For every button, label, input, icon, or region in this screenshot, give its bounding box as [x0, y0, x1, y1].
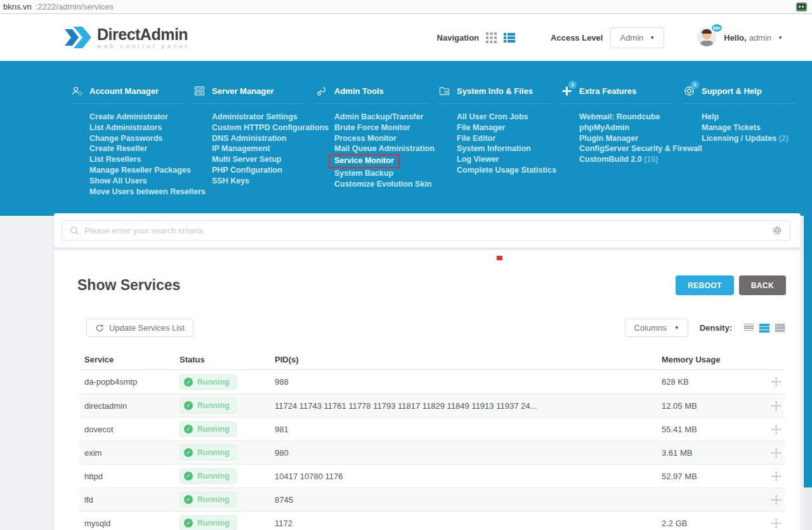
browser-extension-icon[interactable] [796, 3, 807, 11]
list-view-icon[interactable] [504, 32, 515, 43]
status-badge: ✓Running [180, 445, 237, 460]
column-header-memory[interactable]: Memory Usage [657, 355, 755, 364]
menu-separator [193, 103, 305, 104]
expand-row-icon[interactable] [771, 448, 781, 458]
menu-item[interactable]: Plugin Manager [579, 133, 683, 144]
memory-usage: 55.41 MB [657, 425, 755, 434]
menu-item[interactable]: List Resellers [89, 154, 193, 165]
menu-item[interactable]: Customize Evolution Skin [334, 179, 438, 190]
menu-item[interactable]: Multi Server Setup [212, 154, 316, 165]
menu-item[interactable]: phpMyAdmin [579, 123, 683, 133]
update-services-list-button[interactable]: Update Services List [86, 319, 193, 337]
menu-item[interactable]: CustomBuild 2.0 (15) [579, 154, 683, 165]
menu-item-highlighted[interactable]: Service Monitor [334, 154, 438, 168]
expand-row-icon[interactable] [771, 425, 781, 434]
expand-row-icon[interactable] [771, 519, 781, 528]
table-row-mysqld: mysqld✓Running11722.2 GB [79, 511, 785, 530]
menu-item[interactable]: Custom HTTPD Configurations [212, 123, 316, 133]
menu-column-title: Extra Features [579, 86, 636, 96]
expand-row-icon[interactable] [771, 401, 781, 411]
menu-item[interactable]: File Manager [457, 123, 561, 133]
table-row-directadmin: directadmin✓Running11724 11743 11761 117… [79, 394, 785, 417]
service-pids: 11724 11743 11761 11778 11793 11817 1182… [270, 401, 657, 411]
service-name: lfd [79, 495, 174, 505]
menu-item[interactable]: File Editor [457, 133, 561, 144]
menu-item[interactable]: Brute Force Monitor [334, 123, 438, 133]
menu-item[interactable]: List Administrators [89, 123, 193, 133]
back-button[interactable]: BACK [739, 275, 786, 295]
menu-item[interactable]: System Information [457, 143, 561, 154]
menu-item-count: (2) [779, 134, 789, 143]
greeting-username: admin [749, 33, 771, 43]
navigation-label: Navigation [437, 33, 479, 43]
menu-column-header-account-manager[interactable]: Account Manager [71, 84, 193, 98]
menu-item[interactable]: IP Management [212, 143, 316, 154]
access-level-switcher: Access Level Admin ▼ [551, 27, 664, 48]
mega-menu: Account ManagerCreate AdministratorList … [0, 61, 812, 216]
menu-separator [316, 103, 428, 104]
menu-item[interactable]: Show All Users [89, 176, 193, 187]
menu-item[interactable]: Licensing / Updates (2) [702, 133, 806, 144]
search-settings-gear-icon[interactable] [772, 225, 782, 235]
expand-row-icon[interactable] [771, 377, 781, 387]
check-circle-icon: ✓ [184, 425, 193, 434]
directadmin-logo[interactable]: DirectAdmin web control panel [63, 25, 189, 50]
browser-url-bar[interactable]: bkns.vn:2222/admin/services [0, 0, 812, 14]
menu-item[interactable]: Change Passwords [89, 133, 193, 144]
column-header-pids[interactable]: PID(s) [270, 355, 657, 364]
menu-item[interactable]: Create Reseller [89, 143, 193, 154]
service-pids: 988 [270, 377, 657, 387]
density-normal-icon[interactable] [759, 324, 769, 333]
column-header-service[interactable]: Service [79, 355, 174, 364]
menu-item[interactable]: PHP Configuration [212, 165, 316, 176]
status-badge: ✓Running [180, 421, 237, 437]
density-compact-icon[interactable] [775, 324, 785, 332]
chevron-down-icon: ▼ [650, 35, 655, 41]
menu-item[interactable]: Manage Reseller Packages [89, 165, 193, 176]
menu-separator [683, 103, 795, 104]
menu-item[interactable]: Webmail: Roundcube [579, 112, 683, 123]
menu-item[interactable]: Administrator Settings [212, 112, 316, 123]
table-row-da-popb4smtp: da-popb4smtp✓Running988628 KB [79, 370, 785, 394]
menu-item[interactable]: Complete Usage Statistics [457, 165, 561, 176]
columns-dropdown[interactable]: Columns ▼ [625, 319, 688, 337]
menu-item[interactable]: Process Monitor [334, 133, 438, 144]
menu-item[interactable]: Create Administrator [89, 112, 193, 123]
menu-column-header-system-info-files[interactable]: System Info & Files [438, 84, 561, 98]
grid-view-icon[interactable] [486, 32, 497, 43]
menu-column-account-manager: Account ManagerCreate AdministratorList … [71, 84, 193, 216]
menu-item[interactable]: SSH Keys [212, 176, 316, 187]
scrollbar-thumb[interactable] [804, 216, 812, 487]
menu-column-header-support-help[interactable]: 1Support & Help [683, 84, 806, 98]
column-header-status[interactable]: Status [174, 355, 270, 364]
menu-item[interactable]: System Backup [334, 168, 438, 179]
service-name: httpd [79, 472, 174, 481]
menu-column-header-server-manager[interactable]: Server Manager [193, 84, 316, 98]
access-level-dropdown[interactable]: Admin ▼ [610, 27, 664, 48]
top-header: DirectAdmin web control panel Navigation [0, 14, 812, 61]
menu-column-header-admin-tools[interactable]: Admin Tools [316, 84, 438, 98]
menu-item[interactable]: Manage Tickets [702, 123, 806, 133]
reboot-button[interactable]: REBOOT [676, 275, 734, 295]
menu-column-header-extra-features[interactable]: 1Extra Features [561, 84, 683, 98]
menu-item[interactable]: All User Cron Jobs [457, 112, 561, 123]
search-box [62, 220, 790, 241]
expand-row-icon[interactable] [771, 472, 781, 481]
expand-row-icon[interactable] [771, 495, 781, 505]
check-circle-icon: ✓ [184, 472, 193, 480]
memory-usage: 628 KB [657, 377, 755, 387]
menu-item[interactable]: Help [702, 112, 806, 123]
service-name: da-popb4smtp [79, 377, 174, 387]
menu-item[interactable]: DNS Administration [212, 133, 316, 144]
menu-item[interactable]: Mail Queue Administration [334, 143, 438, 154]
density-comfortable-icon[interactable] [744, 324, 754, 332]
logo-title: DirectAdmin [97, 26, 189, 43]
menu-item[interactable]: Move Users between Resellers [89, 187, 193, 197]
user-menu[interactable]: 99+ Hello,admin ▼ [697, 27, 783, 48]
annotation-red-dot [497, 256, 502, 260]
menu-item[interactable]: ConfigServer Security & Firewall [579, 143, 683, 154]
menu-item[interactable]: Admin Backup/Transfer [334, 112, 438, 123]
menu-item[interactable]: Log Viewer [457, 154, 561, 165]
search-input[interactable] [84, 226, 767, 235]
service-name: mysqld [79, 519, 174, 528]
